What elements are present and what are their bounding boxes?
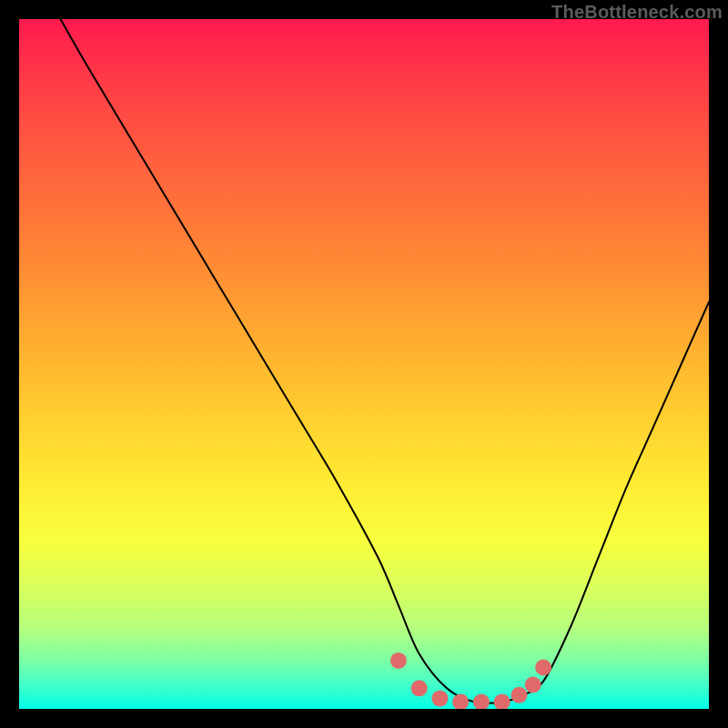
gradient-background: [19, 19, 709, 709]
chart-frame: [19, 19, 709, 709]
